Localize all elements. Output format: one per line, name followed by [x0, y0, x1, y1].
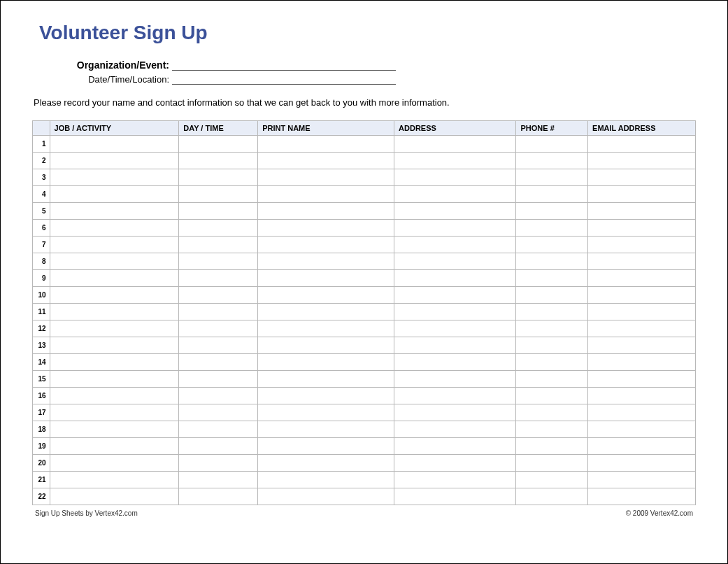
table-cell[interactable] — [588, 220, 696, 237]
table-cell[interactable] — [588, 304, 696, 320]
table-cell[interactable] — [394, 421, 516, 438]
table-cell[interactable] — [50, 253, 179, 270]
table-cell[interactable] — [258, 455, 394, 472]
table-cell[interactable] — [588, 320, 696, 337]
datetime-input-line[interactable] — [172, 73, 396, 85]
table-cell[interactable] — [50, 404, 179, 421]
table-cell[interactable] — [179, 203, 258, 220]
table-cell[interactable] — [258, 354, 394, 371]
table-cell[interactable] — [50, 320, 179, 337]
table-cell[interactable] — [258, 320, 394, 337]
table-cell[interactable] — [588, 421, 696, 438]
table-cell[interactable] — [588, 253, 696, 270]
table-cell[interactable] — [50, 304, 179, 320]
table-cell[interactable] — [258, 287, 394, 304]
table-cell[interactable] — [394, 203, 516, 220]
table-cell[interactable] — [258, 304, 394, 320]
table-cell[interactable] — [258, 472, 394, 488]
table-cell[interactable] — [394, 472, 516, 488]
table-cell[interactable] — [179, 438, 258, 455]
table-cell[interactable] — [394, 371, 516, 388]
table-cell[interactable] — [179, 270, 258, 287]
table-cell[interactable] — [50, 237, 179, 253]
table-cell[interactable] — [50, 354, 179, 371]
table-cell[interactable] — [516, 371, 588, 388]
table-cell[interactable] — [588, 287, 696, 304]
table-cell[interactable] — [394, 488, 516, 505]
table-cell[interactable] — [516, 203, 588, 220]
table-cell[interactable] — [179, 404, 258, 421]
table-cell[interactable] — [258, 371, 394, 388]
table-cell[interactable] — [588, 388, 696, 404]
table-cell[interactable] — [588, 136, 696, 153]
table-cell[interactable] — [394, 270, 516, 287]
table-cell[interactable] — [588, 237, 696, 253]
table-cell[interactable] — [258, 270, 394, 287]
table-cell[interactable] — [516, 220, 588, 237]
table-cell[interactable] — [179, 354, 258, 371]
table-cell[interactable] — [50, 169, 179, 186]
table-cell[interactable] — [50, 488, 179, 505]
table-cell[interactable] — [258, 421, 394, 438]
table-cell[interactable] — [50, 203, 179, 220]
table-cell[interactable] — [50, 455, 179, 472]
table-cell[interactable] — [179, 455, 258, 472]
table-cell[interactable] — [50, 472, 179, 488]
table-cell[interactable] — [179, 337, 258, 354]
table-cell[interactable] — [588, 337, 696, 354]
table-cell[interactable] — [516, 354, 588, 371]
table-cell[interactable] — [179, 169, 258, 186]
table-cell[interactable] — [258, 136, 394, 153]
table-cell[interactable] — [179, 320, 258, 337]
table-cell[interactable] — [179, 371, 258, 388]
table-cell[interactable] — [588, 371, 696, 388]
table-cell[interactable] — [394, 153, 516, 169]
table-cell[interactable] — [50, 153, 179, 169]
table-cell[interactable] — [50, 337, 179, 354]
table-cell[interactable] — [179, 220, 258, 237]
table-cell[interactable] — [258, 388, 394, 404]
table-cell[interactable] — [179, 304, 258, 320]
table-cell[interactable] — [179, 136, 258, 153]
table-cell[interactable] — [516, 320, 588, 337]
table-cell[interactable] — [516, 438, 588, 455]
table-cell[interactable] — [50, 136, 179, 153]
table-cell[interactable] — [258, 404, 394, 421]
table-cell[interactable] — [588, 203, 696, 220]
table-cell[interactable] — [516, 421, 588, 438]
table-cell[interactable] — [179, 153, 258, 169]
table-cell[interactable] — [394, 169, 516, 186]
table-cell[interactable] — [179, 287, 258, 304]
table-cell[interactable] — [394, 253, 516, 270]
table-cell[interactable] — [50, 421, 179, 438]
table-cell[interactable] — [516, 404, 588, 421]
table-cell[interactable] — [394, 438, 516, 455]
table-cell[interactable] — [588, 404, 696, 421]
table-cell[interactable] — [588, 455, 696, 472]
table-cell[interactable] — [516, 186, 588, 203]
table-cell[interactable] — [258, 253, 394, 270]
table-cell[interactable] — [50, 371, 179, 388]
table-cell[interactable] — [258, 203, 394, 220]
table-cell[interactable] — [516, 253, 588, 270]
table-cell[interactable] — [394, 320, 516, 337]
table-cell[interactable] — [179, 388, 258, 404]
table-cell[interactable] — [179, 237, 258, 253]
table-cell[interactable] — [516, 169, 588, 186]
table-cell[interactable] — [394, 388, 516, 404]
table-cell[interactable] — [258, 438, 394, 455]
table-cell[interactable] — [50, 270, 179, 287]
table-cell[interactable] — [50, 186, 179, 203]
table-cell[interactable] — [394, 237, 516, 253]
table-cell[interactable] — [394, 287, 516, 304]
table-cell[interactable] — [516, 237, 588, 253]
table-cell[interactable] — [258, 169, 394, 186]
table-cell[interactable] — [516, 304, 588, 320]
table-cell[interactable] — [394, 304, 516, 320]
table-cell[interactable] — [179, 472, 258, 488]
table-cell[interactable] — [50, 388, 179, 404]
table-cell[interactable] — [258, 237, 394, 253]
table-cell[interactable] — [394, 354, 516, 371]
table-cell[interactable] — [588, 472, 696, 488]
table-cell[interactable] — [394, 404, 516, 421]
